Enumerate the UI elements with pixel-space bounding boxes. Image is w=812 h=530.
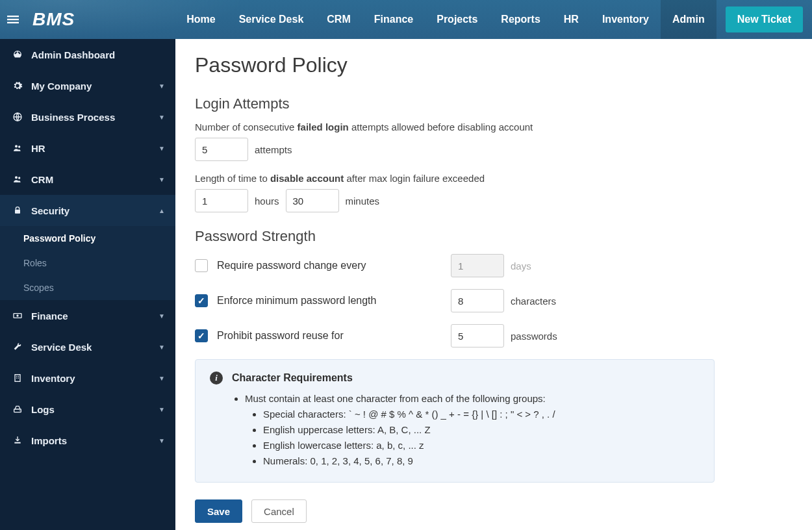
sidebar-item-business-process[interactable]: Business Process ▼ bbox=[0, 101, 175, 132]
sidebar-item-label: Admin Dashboard bbox=[31, 49, 115, 60]
chevron-down-icon: ▼ bbox=[159, 344, 165, 351]
cancel-button[interactable]: Cancel bbox=[251, 499, 307, 523]
sidebar-item-admin-dashboard[interactable]: Admin Dashboard bbox=[0, 39, 175, 70]
sidebar-item-imports[interactable]: Imports ▼ bbox=[0, 425, 175, 456]
chevron-down-icon: ▼ bbox=[159, 82, 165, 90]
sidebar: Admin Dashboard My Company ▼ Business Pr… bbox=[0, 39, 175, 530]
prohibit-reuse-checkbox[interactable] bbox=[195, 329, 208, 342]
chevron-down-icon: ▼ bbox=[159, 312, 165, 320]
svg-rect-12 bbox=[16, 376, 17, 377]
nav-finance[interactable]: Finance bbox=[362, 0, 425, 39]
main-content: Password Policy Login Attempts Number of… bbox=[175, 39, 812, 530]
prohibit-reuse-label: Prohibit password reuse for bbox=[217, 330, 451, 342]
users-icon bbox=[10, 174, 25, 184]
hours-unit: hours bbox=[255, 196, 279, 207]
nav-crm[interactable]: CRM bbox=[315, 0, 362, 39]
new-ticket-button[interactable]: New Ticket bbox=[726, 6, 803, 32]
dashboard-icon bbox=[10, 49, 25, 60]
prohibit-reuse-input[interactable] bbox=[451, 324, 504, 347]
svg-rect-15 bbox=[18, 377, 19, 378]
sidebar-security-submenu: Password Policy Roles Scopes bbox=[0, 226, 175, 300]
lock-icon bbox=[10, 205, 25, 216]
sidebar-item-label: Service Desk bbox=[31, 342, 92, 353]
section-title-login-attempts: Login Attempts bbox=[195, 95, 793, 112]
save-button[interactable]: Save bbox=[195, 499, 242, 523]
sidebar-item-hr[interactable]: HR ▼ bbox=[0, 132, 175, 164]
char-req-item: Special characters: ` ~ ! @ # $ % ^ & * … bbox=[263, 407, 700, 422]
min-length-input[interactable] bbox=[451, 289, 504, 312]
chevron-down-icon: ▼ bbox=[159, 375, 165, 382]
sidebar-sub-scopes[interactable]: Scopes bbox=[0, 275, 175, 300]
sidebar-sub-password-policy[interactable]: Password Policy bbox=[0, 226, 175, 251]
minutes-input[interactable] bbox=[286, 189, 339, 212]
attempts-input[interactable] bbox=[195, 138, 248, 161]
min-length-label: Enforce minimum password length bbox=[217, 295, 451, 307]
svg-rect-14 bbox=[16, 377, 17, 378]
chevron-down-icon: ▼ bbox=[159, 114, 165, 121]
chevron-down-icon: ▼ bbox=[159, 406, 165, 413]
character-requirements-title: Character Requirements bbox=[232, 372, 353, 384]
nav-service-desk[interactable]: Service Desk bbox=[227, 0, 316, 39]
sidebar-item-my-company[interactable]: My Company ▼ bbox=[0, 70, 175, 101]
nav-hr[interactable]: HR bbox=[552, 0, 590, 39]
globe-icon bbox=[10, 112, 25, 122]
require-change-unit: days bbox=[511, 260, 531, 271]
nav-projects[interactable]: Projects bbox=[425, 0, 489, 39]
form-buttons: Save Cancel bbox=[195, 499, 793, 523]
svg-point-10 bbox=[16, 314, 18, 316]
failed-login-label: Number of consecutive failed login attem… bbox=[195, 121, 793, 132]
svg-point-6 bbox=[15, 176, 18, 179]
svg-rect-18 bbox=[14, 442, 20, 444]
minutes-unit: minutes bbox=[346, 196, 380, 207]
section-title-password-strength: Password Strength bbox=[195, 228, 793, 245]
download-icon bbox=[10, 435, 25, 446]
sidebar-item-finance[interactable]: Finance ▼ bbox=[0, 300, 175, 331]
require-change-checkbox[interactable] bbox=[195, 259, 208, 272]
min-length-checkbox[interactable] bbox=[195, 294, 208, 307]
sidebar-item-label: My Company bbox=[31, 81, 92, 92]
info-icon: i bbox=[210, 372, 223, 385]
sidebar-item-service-desk[interactable]: Service Desk ▼ bbox=[0, 331, 175, 362]
nav-inventory[interactable]: Inventory bbox=[590, 0, 661, 39]
brand-logo[interactable]: BMS bbox=[26, 9, 88, 30]
char-req-intro: Must contain at least one character from… bbox=[245, 391, 700, 469]
svg-rect-8 bbox=[15, 210, 20, 214]
sidebar-item-security[interactable]: Security ▲ bbox=[0, 195, 175, 226]
prohibit-reuse-unit: passwords bbox=[511, 331, 557, 342]
svg-rect-11 bbox=[15, 375, 20, 382]
svg-point-4 bbox=[15, 145, 18, 147]
svg-rect-0 bbox=[7, 16, 19, 17]
drive-icon bbox=[10, 404, 25, 414]
sidebar-item-inventory[interactable]: Inventory ▼ bbox=[0, 362, 175, 394]
sidebar-item-label: HR bbox=[31, 143, 45, 154]
sidebar-item-label: Finance bbox=[31, 310, 68, 322]
sidebar-item-label: CRM bbox=[31, 174, 53, 185]
require-change-days-input[interactable] bbox=[451, 254, 504, 277]
sidebar-item-label: Imports bbox=[31, 435, 67, 446]
sidebar-item-label: Logs bbox=[31, 404, 55, 415]
sidebar-item-crm[interactable]: CRM ▼ bbox=[0, 164, 175, 195]
svg-point-7 bbox=[18, 177, 20, 179]
wrench-icon bbox=[10, 342, 25, 352]
page-title: Password Policy bbox=[195, 53, 793, 77]
sidebar-item-label: Security bbox=[31, 205, 70, 216]
hamburger-menu-icon[interactable] bbox=[0, 0, 26, 39]
building-icon bbox=[10, 373, 25, 383]
character-requirements-box: i Character Requirements Must contain at… bbox=[195, 359, 715, 483]
nav-reports[interactable]: Reports bbox=[489, 0, 552, 39]
min-length-unit: characters bbox=[511, 296, 556, 307]
hours-input[interactable] bbox=[195, 189, 248, 212]
sidebar-sub-roles[interactable]: Roles bbox=[0, 251, 175, 275]
nav-admin[interactable]: Admin bbox=[661, 0, 717, 39]
svg-rect-2 bbox=[7, 22, 19, 23]
section-password-strength: Password Strength Require password chang… bbox=[195, 228, 793, 483]
char-req-item: English uppercase letters: A, B, C, ... … bbox=[263, 422, 700, 438]
gear-icon bbox=[10, 81, 25, 91]
chevron-down-icon: ▼ bbox=[159, 176, 165, 183]
chevron-down-icon: ▼ bbox=[159, 145, 165, 152]
sidebar-item-logs[interactable]: Logs ▼ bbox=[0, 394, 175, 425]
nav-home[interactable]: Home bbox=[175, 0, 227, 39]
users-icon bbox=[10, 143, 25, 153]
svg-rect-13 bbox=[18, 376, 19, 377]
top-nav: Home Service Desk CRM Finance Projects R… bbox=[175, 0, 812, 39]
